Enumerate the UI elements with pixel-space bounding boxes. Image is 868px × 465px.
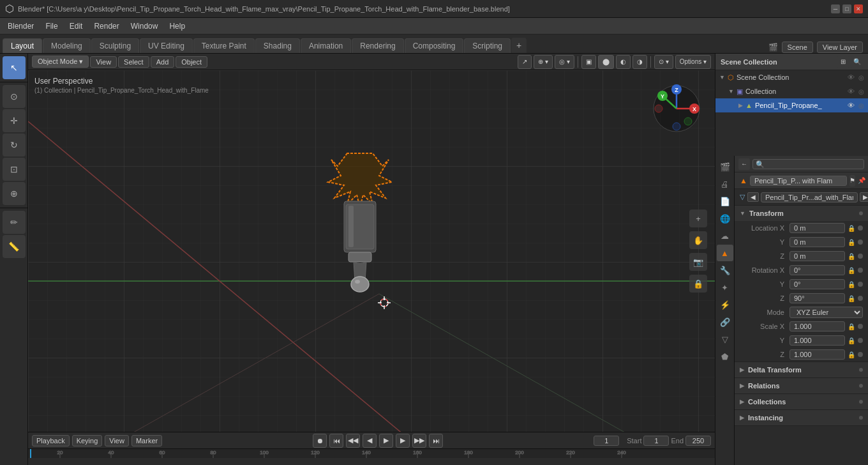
marker-menu[interactable]: Marker	[131, 435, 162, 446]
options-dropdown[interactable]: Options ▾	[675, 55, 711, 69]
tab-uv-editing[interactable]: UV Editing	[140, 38, 193, 53]
camera-button[interactable]: 📷	[689, 253, 707, 271]
prev-button[interactable]: ◀	[363, 434, 377, 448]
pan-button[interactable]: ✋	[689, 231, 707, 249]
scene-dropdown[interactable]: Scene	[782, 42, 813, 53]
instancing-header[interactable]: ▶ Instancing	[735, 410, 868, 425]
scale-z-lock[interactable]: 🔒	[848, 351, 855, 358]
object-props-icon[interactable]: ▲	[717, 245, 733, 261]
visibility-icon-2[interactable]: 👁	[848, 102, 855, 109]
tab-scripting[interactable]: Scripting	[464, 38, 511, 53]
particles-props-icon[interactable]: ✦	[717, 279, 733, 296]
world-props-icon[interactable]: ☁	[717, 227, 733, 244]
jump-end-button[interactable]: ⏭	[429, 434, 443, 448]
material-props-icon[interactable]: ⬟	[717, 348, 733, 365]
shading-solid[interactable]: ⬤	[598, 55, 614, 69]
scale-y-value[interactable]: 1.000	[789, 335, 845, 346]
tool-cursor[interactable]: ⊙	[3, 85, 26, 108]
object-name-input[interactable]	[750, 176, 847, 186]
menu-file[interactable]: File	[40, 20, 63, 32]
view-menu[interactable]: View	[105, 435, 129, 446]
location-y-value[interactable]: 0 m	[789, 237, 845, 247]
rotation-y-value[interactable]: 0°	[789, 279, 845, 289]
tool-select[interactable]: ↖	[3, 56, 26, 79]
rotation-y-lock[interactable]: 🔒	[848, 281, 855, 288]
rotation-y-dot[interactable]	[858, 282, 863, 287]
location-y-lock[interactable]: 🔒	[848, 239, 855, 246]
location-x-dot[interactable]	[858, 225, 863, 231]
visibility-icon-0[interactable]: 👁	[848, 73, 855, 81]
outliner-row-scene-collection[interactable]: ▼ ⬡ Scene Collection 👁 ◎	[715, 70, 868, 84]
visibility-icon-1[interactable]: 👁	[848, 88, 855, 95]
tab-sculpting[interactable]: Sculpting	[91, 38, 139, 53]
current-frame-field[interactable]: 1	[594, 436, 619, 446]
location-x-lock[interactable]: 🔒	[848, 225, 855, 232]
transform-header[interactable]: ▼ Transform	[735, 206, 868, 221]
object-data-props-icon[interactable]: ▽	[717, 331, 733, 347]
menu-help[interactable]: Help	[164, 20, 190, 32]
scale-y-dot[interactable]	[858, 338, 863, 343]
next-frame-button[interactable]: ▶▶	[412, 434, 426, 448]
tool-scale[interactable]: ⊡	[3, 158, 26, 181]
viewlayer-dropdown[interactable]: View Layer	[817, 42, 863, 53]
play-button[interactable]: ▶	[379, 434, 393, 448]
viewport-view-menu[interactable]: View	[90, 56, 117, 68]
scale-z-value[interactable]: 1.000	[789, 349, 845, 360]
viewport-overlays[interactable]: ⊙ ▾	[654, 55, 673, 69]
shading-render[interactable]: ◑	[632, 55, 647, 69]
tab-rendering[interactable]: Rendering	[352, 38, 403, 53]
prev-frame-button[interactable]: ◀◀	[346, 434, 360, 448]
render-icon-1[interactable]: ◎	[858, 88, 864, 95]
output-props-icon[interactable]: 🖨	[717, 176, 733, 192]
maximize-button[interactable]: □	[842, 4, 851, 13]
mesh-next-btn[interactable]: ▶	[860, 192, 868, 202]
tab-animation[interactable]: Animation	[301, 38, 351, 53]
shading-wireframe[interactable]: ▣	[581, 55, 596, 69]
delta-transform-header[interactable]: ▶ Delta Transform	[735, 362, 868, 377]
keying-menu[interactable]: Keying	[72, 435, 103, 446]
outliner-filter-icon[interactable]: ⊞	[837, 56, 849, 68]
props-nav-back[interactable]: ←	[738, 158, 750, 170]
tool-rotate[interactable]: ↻	[3, 133, 26, 156]
tab-modeling[interactable]: Modeling	[43, 38, 91, 53]
menu-window[interactable]: Window	[126, 20, 163, 32]
pin-icon[interactable]: 📌	[858, 177, 865, 184]
physics-props-icon[interactable]: ⚡	[717, 296, 733, 313]
rotation-z-value[interactable]: 90°	[789, 293, 845, 303]
timeline-ruler[interactable]: 20 40 60 80 100 120 140 160 180 200 220 …	[28, 449, 715, 458]
location-z-lock[interactable]: 🔒	[848, 253, 855, 260]
viewport-add-menu[interactable]: Add	[151, 56, 175, 68]
tool-measure[interactable]: 📏	[3, 235, 26, 258]
rotation-mode-select[interactable]: XYZ Euler	[789, 307, 863, 318]
view-layer-props-icon[interactable]: 📄	[717, 193, 733, 210]
minimize-button[interactable]: ─	[831, 4, 840, 13]
scale-x-dot[interactable]	[858, 324, 863, 329]
menu-render[interactable]: Render	[89, 20, 124, 32]
rotation-z-dot[interactable]	[858, 296, 863, 301]
render-icon-2[interactable]: ◎	[858, 102, 864, 109]
viewport-select-menu[interactable]: Select	[118, 56, 149, 68]
outliner-row-object[interactable]: ▶ ▲ Pencil_Tip_Propane_ 👁 ◎	[715, 98, 868, 112]
object-fake-user[interactable]: ⚑	[849, 175, 855, 187]
mesh-name-input[interactable]	[761, 192, 858, 202]
object-mode-dropdown[interactable]: Object Mode ▾	[32, 56, 89, 68]
scale-y-lock[interactable]: 🔒	[848, 337, 855, 344]
outliner-search-icon[interactable]: 🔍	[851, 56, 863, 68]
end-frame-field[interactable]: 250	[685, 436, 711, 446]
relations-header[interactable]: ▶ Relations	[735, 378, 868, 393]
tool-transform[interactable]: ⊕	[3, 182, 26, 205]
record-button[interactable]: ⏺	[313, 434, 327, 448]
constraints-props-icon[interactable]: 🔗	[717, 314, 733, 330]
lock-camera-button[interactable]: 🔒	[689, 275, 707, 293]
transform-gizmo-btn[interactable]: ↗	[518, 55, 532, 69]
next-button[interactable]: ▶	[396, 434, 410, 448]
location-x-value[interactable]: 0 m	[789, 223, 845, 233]
axis-gizmo[interactable]: Z X Y	[651, 83, 702, 134]
tool-annotate[interactable]: ✏	[3, 211, 26, 234]
scale-x-lock[interactable]: 🔒	[848, 323, 855, 330]
scene-props-icon[interactable]: 🌐	[717, 210, 733, 227]
menu-blender[interactable]: Blender	[3, 20, 39, 32]
shading-material[interactable]: ◐	[616, 55, 631, 69]
playback-menu[interactable]: Playback	[32, 435, 70, 446]
viewport-canvas[interactable]: User Perspective (1) Collection | Pencil…	[28, 70, 715, 432]
